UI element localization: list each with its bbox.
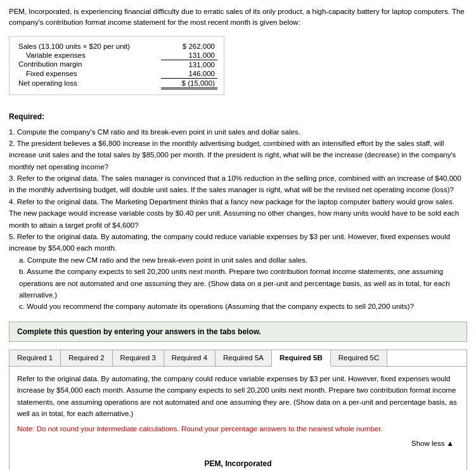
tab-required-5c[interactable]: Required 5C — [331, 350, 388, 366]
tab-required-3[interactable]: Required 3 — [113, 350, 164, 366]
tabs-container: Required 1 Required 2 Required 3 Require… — [9, 349, 467, 470]
tabs-row: Required 1 Required 2 Required 3 Require… — [10, 350, 466, 367]
is-variable-label: Variable expenses — [16, 51, 161, 60]
is-nol-label: Net operating loss — [16, 78, 161, 88]
is-cm-value: 131,000 — [161, 60, 217, 69]
is-row-label: Sales (13,100 units × $20 per unit) — [16, 42, 161, 51]
tab-required-2[interactable]: Required 2 — [61, 350, 112, 366]
show-less-button[interactable]: Show less — [17, 435, 459, 452]
tab-5b-content: Refer to the original data. By automatin… — [10, 367, 466, 470]
complete-instruction-text: Complete this question by entering your … — [17, 327, 261, 336]
intro-text: PEM, Incorporated, is experiencing finan… — [9, 6, 467, 29]
required-heading: Required: — [9, 112, 44, 121]
requirements-list: 1. Compute the company's CM ratio and it… — [9, 126, 467, 313]
tab-required-5a[interactable]: Required 5A — [215, 350, 272, 366]
complete-instruction-box: Complete this question by entering your … — [9, 322, 467, 342]
tab-5b-description: Refer to the original data. By automatin… — [17, 373, 459, 420]
is-cm-label: Contribution margin — [16, 60, 161, 69]
pem-table-wrapper: PEM, Incorporated Contribution Income St… — [17, 452, 459, 470]
pem-company-name: PEM, Incorporated — [25, 458, 451, 470]
tab-required-4[interactable]: Required 4 — [164, 350, 215, 366]
income-statement-box: Sales (13,100 units × $20 per unit) $ 26… — [9, 36, 224, 95]
is-fixed-value: 146,000 — [161, 69, 217, 79]
show-less-arrow-icon — [444, 440, 454, 447]
show-less-label: Show less — [411, 440, 444, 447]
tab-required-5b[interactable]: Required 5B — [272, 350, 331, 367]
is-variable-value: 131,000 — [161, 51, 217, 60]
is-row-value: $ 262,000 — [161, 42, 217, 51]
tab-required-1[interactable]: Required 1 — [10, 350, 61, 366]
is-nol-value: $ (15,000) — [161, 78, 217, 88]
is-fixed-label: Fixed expenses — [16, 69, 161, 79]
tab-5b-note: Note: Do not round your intermediate cal… — [17, 423, 459, 434]
